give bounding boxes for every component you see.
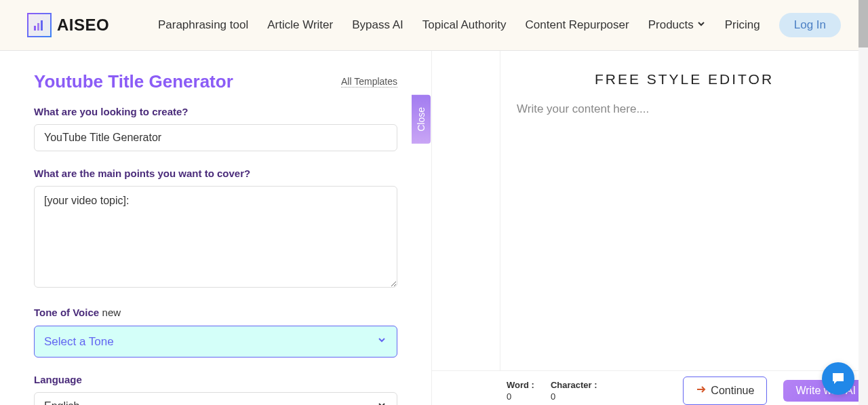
editor-area: FREE STYLE EDITOR Write your content her… <box>500 51 868 370</box>
all-templates-link[interactable]: All Templates <box>341 76 397 88</box>
nav-paraphrasing[interactable]: Paraphrasing tool <box>158 18 248 32</box>
login-button[interactable]: Log In <box>779 13 841 37</box>
scrollbar-track[interactable] <box>859 0 868 405</box>
title-row: Youtube Title Generator All Templates <box>34 71 397 92</box>
chevron-down-icon <box>376 400 387 405</box>
tone-select-value: Select a Tone <box>44 335 114 349</box>
right-panel: Close FREE STYLE EDITOR Write your conte… <box>432 51 868 405</box>
char-count: Character : 0 <box>551 380 597 402</box>
editor-title: FREE STYLE EDITOR <box>514 71 854 88</box>
tone-label: Tone of Voice <box>34 307 99 318</box>
language-select[interactable]: English <box>34 392 397 405</box>
arrow-right-icon <box>696 384 707 398</box>
svg-rect-1 <box>37 23 39 31</box>
nav-products[interactable]: Products <box>648 18 706 32</box>
word-count-value: 0 <box>507 391 534 402</box>
nav-article-writer[interactable]: Article Writer <box>267 18 333 32</box>
char-count-label: Character : <box>551 380 597 390</box>
points-textarea[interactable]: [your video topic]: <box>34 186 397 288</box>
tone-select[interactable]: Select a Tone <box>34 326 397 358</box>
nav-products-label: Products <box>648 18 694 32</box>
svg-rect-0 <box>34 26 36 31</box>
nav-bypass-ai[interactable]: Bypass AI <box>352 18 403 32</box>
chevron-down-icon <box>696 18 706 32</box>
nav-topical-authority[interactable]: Topical Authority <box>422 18 507 32</box>
logo-icon <box>27 13 52 37</box>
logo[interactable]: AISEO <box>27 13 109 37</box>
continue-button[interactable]: Continue <box>683 377 767 405</box>
nav-content-repurposer[interactable]: Content Repurposer <box>526 18 629 32</box>
left-panel: Youtube Title Generator All Templates Wh… <box>0 51 432 405</box>
chevron-down-icon <box>376 334 387 349</box>
tone-new-badge: new <box>102 307 121 318</box>
header: AISEO Paraphrasing tool Article Writer B… <box>0 0 868 51</box>
chat-bubble-button[interactable] <box>822 362 854 395</box>
svg-rect-2 <box>41 20 43 31</box>
nav-pricing[interactable]: Pricing <box>725 18 760 32</box>
language-select-value: English <box>44 400 79 405</box>
bottom-bar: Word : 0 Character : 0 Continue Write wi… <box>432 370 868 405</box>
create-label: What are you looking to create? <box>34 106 397 117</box>
create-input[interactable] <box>34 124 397 151</box>
editor-content[interactable]: Write your content here.... <box>514 101 854 370</box>
tone-label-row: Tone of Voice new <box>34 307 397 319</box>
word-count: Word : 0 <box>507 380 534 402</box>
char-count-value: 0 <box>551 391 597 402</box>
close-button[interactable]: Close <box>412 95 431 144</box>
page-title: Youtube Title Generator <box>34 71 233 92</box>
chat-icon <box>830 370 846 387</box>
word-count-label: Word : <box>507 380 534 390</box>
logo-text: AISEO <box>57 16 109 35</box>
main: Youtube Title Generator All Templates Wh… <box>0 51 868 405</box>
scrollbar-thumb[interactable] <box>859 0 868 47</box>
language-label: Language <box>34 374 397 385</box>
points-label: What are the main points you want to cov… <box>34 168 397 179</box>
nav: Paraphrasing tool Article Writer Bypass … <box>158 13 841 37</box>
continue-label: Continue <box>711 385 754 397</box>
